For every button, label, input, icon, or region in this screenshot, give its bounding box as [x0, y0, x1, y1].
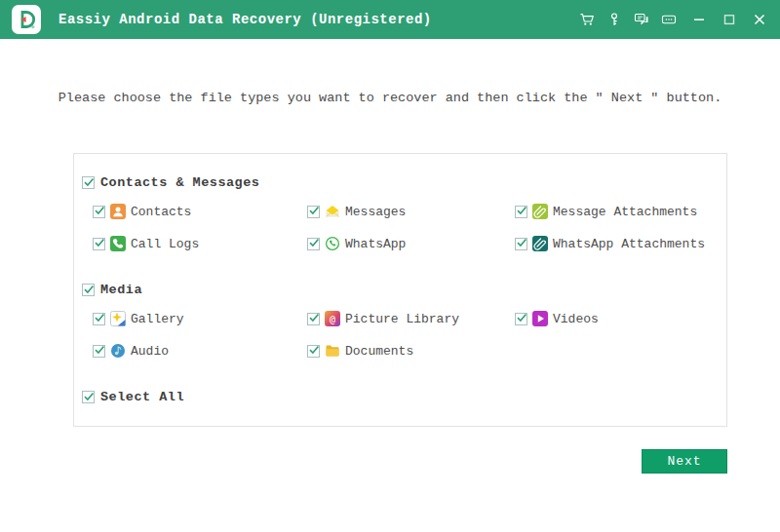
item-label: WhatsApp Attachments: [553, 237, 705, 251]
item-label: Contacts: [131, 205, 191, 219]
group-checkbox[interactable]: [82, 284, 95, 296]
item-label: Messages: [345, 205, 406, 219]
item-label: Documents: [345, 344, 413, 359]
file-type-groups: Contacts & Messages Contacts Messages Me…: [82, 175, 717, 361]
item-checkbox[interactable]: [93, 345, 105, 358]
item-label: Picture Library: [345, 312, 459, 326]
whatsapp-attachments-icon: [532, 236, 548, 251]
item-label: Message Attachments: [553, 205, 697, 219]
footer: Next: [0, 449, 727, 474]
titlebar: Eassiy Android Data Recovery (Unregister…: [0, 0, 780, 39]
item-checkbox[interactable]: [307, 313, 320, 325]
file-type-item[interactable]: Call Logs: [93, 234, 307, 253]
item-checkbox[interactable]: [307, 345, 320, 358]
select-all-row[interactable]: Select All: [82, 390, 717, 404]
menu-icon[interactable]: [660, 11, 678, 28]
item-checkbox[interactable]: [93, 313, 105, 325]
group-header-row[interactable]: Media: [82, 283, 717, 297]
group-items: Contacts Messages Message Attachments Ca…: [93, 202, 717, 253]
group-checkbox[interactable]: [82, 176, 95, 189]
svg-text:@: @: [330, 314, 335, 324]
file-type-panel: Contacts & Messages Contacts Messages Me…: [73, 153, 727, 427]
key-icon[interactable]: [605, 11, 623, 28]
app-logo-icon: [12, 5, 41, 34]
documents-icon: [325, 343, 340, 359]
group-header-row[interactable]: Contacts & Messages: [82, 175, 717, 190]
message-attachments-icon: [532, 204, 548, 219]
file-type-item[interactable]: Messages: [307, 202, 515, 221]
item-label: WhatsApp: [345, 237, 406, 251]
file-type-item[interactable]: Contacts: [93, 202, 307, 221]
picture-library-icon: @: [325, 311, 340, 326]
file-type-item[interactable]: WhatsApp Attachments: [515, 234, 717, 253]
file-type-item[interactable]: Audio: [93, 341, 307, 361]
contacts-icon: [110, 204, 126, 219]
item-label: Audio: [131, 344, 169, 359]
select-all-checkbox[interactable]: [82, 391, 95, 403]
minimize-icon[interactable]: [690, 11, 708, 28]
whatsapp-icon: [325, 236, 340, 251]
item-checkbox[interactable]: [307, 238, 320, 250]
item-checkbox[interactable]: [515, 238, 527, 250]
feedback-icon[interactable]: [633, 11, 650, 28]
maximize-icon[interactable]: [721, 11, 738, 28]
file-type-item[interactable]: Videos: [515, 309, 717, 328]
item-checkbox[interactable]: [515, 313, 527, 325]
file-type-item[interactable]: Documents: [307, 341, 515, 361]
audio-icon: [110, 343, 126, 359]
titlebar-icons: [568, 11, 768, 28]
item-label: Call Logs: [131, 237, 199, 251]
videos-icon: [532, 311, 548, 326]
file-type-item[interactable]: WhatsApp: [307, 234, 515, 253]
file-type-item[interactable]: Gallery: [93, 309, 307, 328]
select-all-label: Select All: [100, 390, 184, 404]
item-checkbox[interactable]: [93, 238, 105, 250]
item-label: Videos: [553, 312, 599, 326]
item-checkbox[interactable]: [515, 206, 527, 218]
item-checkbox[interactable]: [307, 206, 320, 218]
item-label: Gallery: [131, 312, 184, 326]
file-type-item[interactable]: Message Attachments: [515, 202, 717, 221]
next-button[interactable]: Next: [642, 449, 727, 474]
close-icon[interactable]: [751, 11, 768, 28]
gallery-icon: [110, 311, 126, 326]
group-label: Contacts & Messages: [100, 175, 259, 190]
item-checkbox[interactable]: [93, 206, 105, 218]
window-title: Eassiy Android Data Recovery (Unregister…: [58, 12, 432, 27]
instruction-text: Please choose the file types you want to…: [0, 90, 780, 107]
group-items: Gallery @ Picture Library Videos Audio D…: [93, 309, 717, 361]
group-label: Media: [100, 283, 142, 297]
file-type-item[interactable]: @ Picture Library: [307, 309, 515, 328]
file-type-group: Media Gallery @ Picture Library Videos A…: [82, 283, 717, 361]
messages-icon: [325, 204, 340, 219]
file-type-group: Contacts & Messages Contacts Messages Me…: [82, 175, 717, 253]
cart-icon[interactable]: [578, 11, 596, 28]
call-logs-icon: [110, 236, 126, 251]
